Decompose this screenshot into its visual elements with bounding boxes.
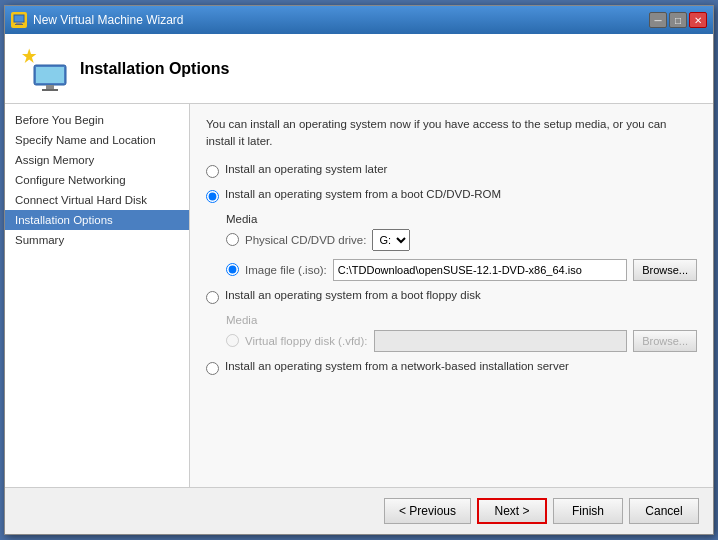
svg-rect-6 (46, 85, 54, 89)
content-area: Installation Options Before You Begin Sp… (5, 34, 713, 534)
option-install-cd: Install an operating system from a boot … (206, 188, 697, 203)
app-icon (11, 12, 27, 28)
svg-rect-5 (36, 67, 64, 83)
next-button[interactable]: Next > (477, 498, 547, 524)
cancel-button[interactable]: Cancel (629, 498, 699, 524)
maximize-button[interactable]: □ (669, 12, 687, 28)
titlebar-left: New Virtual Machine Wizard (11, 12, 184, 28)
option-install-floppy: Install an operating system from a boot … (206, 289, 697, 304)
label-install-later[interactable]: Install an operating system later (225, 163, 387, 175)
svg-marker-3 (22, 48, 36, 62)
footer: < Previous Next > Finish Cancel (5, 487, 713, 534)
radio-physical-cd[interactable] (226, 233, 239, 246)
window-title: New Virtual Machine Wizard (33, 13, 184, 27)
media-section-floppy: Media (226, 314, 697, 326)
titlebar-buttons: ─ □ ✕ (649, 12, 707, 28)
browse-iso-button[interactable]: Browse... (633, 259, 697, 281)
label-install-cd[interactable]: Install an operating system from a boot … (225, 188, 501, 200)
description-text: You can install an operating system now … (206, 116, 697, 151)
media-section-cd: Media (226, 213, 697, 225)
media-row-physical-cd: Physical CD/DVD drive: G: (226, 229, 697, 251)
sidebar-item-connect-vhd[interactable]: Connect Virtual Hard Disk (5, 190, 189, 210)
sidebar-item-summary[interactable]: Summary (5, 230, 189, 250)
browse-vfd-button[interactable]: Browse... (633, 330, 697, 352)
label-install-network[interactable]: Install an operating system from a netwo… (225, 360, 569, 372)
vfd-path-input[interactable] (374, 330, 628, 352)
svg-rect-2 (15, 24, 23, 25)
minimize-button[interactable]: ─ (649, 12, 667, 28)
sidebar-item-before-you-begin[interactable]: Before You Begin (5, 110, 189, 130)
close-button[interactable]: ✕ (689, 12, 707, 28)
label-vfd: Virtual floppy disk (.vfd): (245, 335, 368, 347)
wizard-icon (20, 45, 68, 93)
label-image-file[interactable]: Image file (.iso): (245, 264, 327, 276)
header-title: Installation Options (80, 60, 229, 78)
titlebar: New Virtual Machine Wizard ─ □ ✕ (5, 6, 713, 34)
radio-image-file[interactable] (226, 263, 239, 276)
wizard-window: New Virtual Machine Wizard ─ □ ✕ (4, 5, 714, 535)
sidebar-item-assign-memory[interactable]: Assign Memory (5, 150, 189, 170)
main-body: Before You Begin Specify Name and Locati… (5, 104, 713, 487)
sidebar-item-configure-networking[interactable]: Configure Networking (5, 170, 189, 190)
radio-install-cd[interactable] (206, 190, 219, 203)
header-section: Installation Options (5, 34, 713, 104)
radio-install-later[interactable] (206, 165, 219, 178)
iso-path-input[interactable] (333, 259, 627, 281)
svg-rect-1 (16, 22, 22, 24)
option-install-later: Install an operating system later (206, 163, 697, 178)
sidebar-item-installation-options[interactable]: Installation Options (5, 210, 189, 230)
sidebar: Before You Begin Specify Name and Locati… (5, 104, 190, 487)
svg-rect-7 (42, 89, 58, 91)
finish-button[interactable]: Finish (553, 498, 623, 524)
option-install-network: Install an operating system from a netwo… (206, 360, 697, 375)
svg-rect-0 (14, 15, 24, 22)
label-install-floppy[interactable]: Install an operating system from a boot … (225, 289, 481, 301)
label-physical-cd[interactable]: Physical CD/DVD drive: (245, 234, 366, 246)
previous-button[interactable]: < Previous (384, 498, 471, 524)
main-content: You can install an operating system now … (190, 104, 713, 487)
radio-install-network[interactable] (206, 362, 219, 375)
sidebar-item-specify-name[interactable]: Specify Name and Location (5, 130, 189, 150)
media-row-vfd: Virtual floppy disk (.vfd): Browse... (226, 330, 697, 352)
radio-install-floppy[interactable] (206, 291, 219, 304)
cd-drive-select[interactable]: G: (372, 229, 410, 251)
media-row-image-file: Image file (.iso): Browse... (226, 259, 697, 281)
radio-vfd[interactable] (226, 334, 239, 347)
